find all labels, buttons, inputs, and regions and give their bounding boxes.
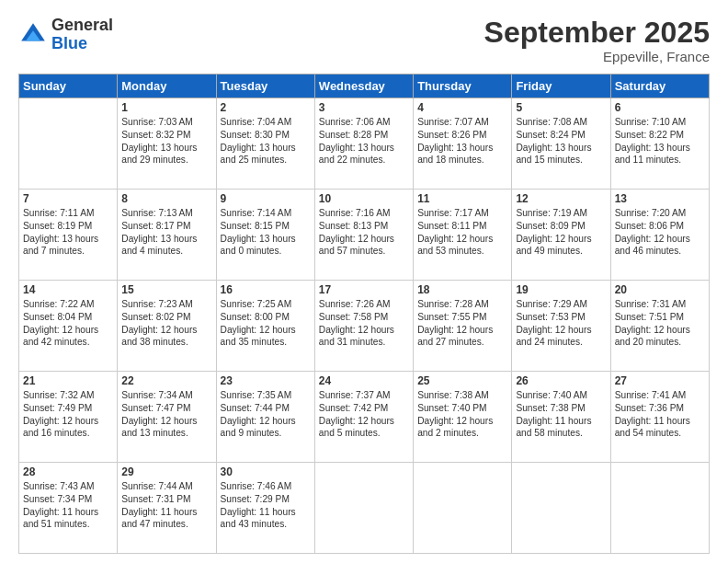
calendar-cell: 18Sunrise: 7:28 AM Sunset: 7:55 PM Dayli…	[414, 281, 512, 372]
calendar-cell: 15Sunrise: 7:23 AM Sunset: 8:02 PM Dayli…	[118, 281, 216, 372]
cell-content: Sunrise: 7:34 AM Sunset: 7:47 PM Dayligh…	[121, 389, 211, 440]
cell-content: Sunrise: 7:40 AM Sunset: 7:38 PM Dayligh…	[516, 389, 606, 440]
logo-icon	[18, 20, 48, 50]
logo-text: General Blue	[51, 17, 113, 53]
calendar-cell	[19, 98, 118, 190]
cell-content: Sunrise: 7:37 AM Sunset: 7:42 PM Dayligh…	[319, 389, 409, 440]
cell-content: Sunrise: 7:35 AM Sunset: 7:44 PM Dayligh…	[221, 389, 311, 440]
logo-general-text: General	[51, 17, 113, 35]
weekday-header: Tuesday	[216, 75, 314, 98]
cell-content: Sunrise: 7:41 AM Sunset: 7:36 PM Dayligh…	[615, 389, 705, 440]
cell-content: Sunrise: 7:43 AM Sunset: 7:34 PM Dayligh…	[23, 480, 113, 531]
cell-content: Sunrise: 7:25 AM Sunset: 8:00 PM Dayligh…	[221, 298, 311, 349]
calendar-cell: 14Sunrise: 7:22 AM Sunset: 8:04 PM Dayli…	[19, 281, 118, 372]
cell-content: Sunrise: 7:44 AM Sunset: 7:31 PM Dayligh…	[121, 480, 211, 531]
day-number: 5	[516, 101, 606, 114]
calendar-cell: 3Sunrise: 7:06 AM Sunset: 8:28 PM Daylig…	[314, 98, 413, 190]
day-number: 26	[516, 374, 606, 387]
day-number: 9	[221, 192, 311, 205]
day-number: 13	[615, 192, 705, 205]
weekday-header: Monday	[118, 75, 216, 98]
calendar-cell: 9Sunrise: 7:14 AM Sunset: 8:15 PM Daylig…	[216, 190, 314, 281]
calendar-cell: 2Sunrise: 7:04 AM Sunset: 8:30 PM Daylig…	[216, 98, 314, 190]
calendar-cell: 24Sunrise: 7:37 AM Sunset: 7:42 PM Dayli…	[314, 372, 413, 463]
day-number: 23	[221, 374, 311, 387]
cell-content: Sunrise: 7:13 AM Sunset: 8:17 PM Dayligh…	[121, 207, 211, 258]
logo-blue-text: Blue	[51, 35, 113, 53]
day-number: 15	[121, 283, 211, 296]
calendar-cell: 29Sunrise: 7:44 AM Sunset: 7:31 PM Dayli…	[118, 463, 216, 554]
cell-content: Sunrise: 7:20 AM Sunset: 8:06 PM Dayligh…	[615, 207, 705, 258]
cell-content: Sunrise: 7:06 AM Sunset: 8:28 PM Dayligh…	[319, 116, 409, 167]
weekday-header: Saturday	[610, 75, 709, 98]
calendar-cell: 10Sunrise: 7:16 AM Sunset: 8:13 PM Dayli…	[314, 190, 413, 281]
cell-content: Sunrise: 7:29 AM Sunset: 7:53 PM Dayligh…	[516, 298, 606, 349]
day-number: 4	[417, 101, 507, 114]
cell-content: Sunrise: 7:11 AM Sunset: 8:19 PM Dayligh…	[23, 207, 113, 258]
day-number: 6	[615, 101, 705, 114]
calendar-cell: 26Sunrise: 7:40 AM Sunset: 7:38 PM Dayli…	[512, 372, 610, 463]
cell-content: Sunrise: 7:28 AM Sunset: 7:55 PM Dayligh…	[417, 298, 507, 349]
weekday-header: Wednesday	[314, 75, 413, 98]
cell-content: Sunrise: 7:38 AM Sunset: 7:40 PM Dayligh…	[417, 389, 507, 440]
calendar-cell: 25Sunrise: 7:38 AM Sunset: 7:40 PM Dayli…	[414, 372, 512, 463]
calendar-cell	[414, 463, 512, 554]
calendar-cell: 19Sunrise: 7:29 AM Sunset: 7:53 PM Dayli…	[512, 281, 610, 372]
calendar-cell: 5Sunrise: 7:08 AM Sunset: 8:24 PM Daylig…	[512, 98, 610, 190]
calendar-cell: 21Sunrise: 7:32 AM Sunset: 7:49 PM Dayli…	[19, 372, 118, 463]
day-number: 12	[516, 192, 606, 205]
calendar-cell: 8Sunrise: 7:13 AM Sunset: 8:17 PM Daylig…	[118, 190, 216, 281]
week-row: 28Sunrise: 7:43 AM Sunset: 7:34 PM Dayli…	[19, 463, 710, 554]
title-block: September 2025 Eppeville, France	[484, 17, 710, 64]
day-number: 18	[417, 283, 507, 296]
cell-content: Sunrise: 7:16 AM Sunset: 8:13 PM Dayligh…	[319, 207, 409, 258]
cell-content: Sunrise: 7:17 AM Sunset: 8:11 PM Dayligh…	[417, 207, 507, 258]
calendar-cell	[512, 463, 610, 554]
cell-content: Sunrise: 7:32 AM Sunset: 7:49 PM Dayligh…	[23, 389, 113, 440]
cell-content: Sunrise: 7:23 AM Sunset: 8:02 PM Dayligh…	[121, 298, 211, 349]
logo: General Blue	[18, 17, 113, 53]
page: General Blue September 2025 Eppeville, F…	[0, 0, 728, 563]
day-number: 30	[221, 465, 311, 478]
weekday-header: Thursday	[414, 75, 512, 98]
day-number: 22	[121, 374, 211, 387]
day-number: 27	[615, 374, 705, 387]
weekday-header: Friday	[512, 75, 610, 98]
day-number: 10	[319, 192, 409, 205]
day-number: 16	[221, 283, 311, 296]
day-number: 28	[23, 465, 113, 478]
day-number: 19	[516, 283, 606, 296]
calendar-cell	[610, 463, 709, 554]
day-number: 8	[121, 192, 211, 205]
weekday-header: Sunday	[19, 75, 118, 98]
cell-content: Sunrise: 7:07 AM Sunset: 8:26 PM Dayligh…	[417, 116, 507, 167]
cell-content: Sunrise: 7:10 AM Sunset: 8:22 PM Dayligh…	[615, 116, 705, 167]
day-number: 2	[221, 101, 311, 114]
calendar-cell: 20Sunrise: 7:31 AM Sunset: 7:51 PM Dayli…	[610, 281, 709, 372]
week-row: 7Sunrise: 7:11 AM Sunset: 8:19 PM Daylig…	[19, 190, 710, 281]
week-row: 1Sunrise: 7:03 AM Sunset: 8:32 PM Daylig…	[19, 98, 710, 190]
cell-content: Sunrise: 7:14 AM Sunset: 8:15 PM Dayligh…	[221, 207, 311, 258]
day-number: 7	[23, 192, 113, 205]
cell-content: Sunrise: 7:31 AM Sunset: 7:51 PM Dayligh…	[615, 298, 705, 349]
day-number: 25	[417, 374, 507, 387]
day-number: 1	[121, 101, 211, 114]
cell-content: Sunrise: 7:26 AM Sunset: 7:58 PM Dayligh…	[319, 298, 409, 349]
cell-content: Sunrise: 7:46 AM Sunset: 7:29 PM Dayligh…	[221, 480, 311, 531]
calendar-cell: 1Sunrise: 7:03 AM Sunset: 8:32 PM Daylig…	[118, 98, 216, 190]
calendar: SundayMondayTuesdayWednesdayThursdayFrid…	[18, 74, 710, 554]
day-number: 24	[319, 374, 409, 387]
week-row: 21Sunrise: 7:32 AM Sunset: 7:49 PM Dayli…	[19, 372, 710, 463]
day-number: 20	[615, 283, 705, 296]
cell-content: Sunrise: 7:03 AM Sunset: 8:32 PM Dayligh…	[121, 116, 211, 167]
calendar-cell: 12Sunrise: 7:19 AM Sunset: 8:09 PM Dayli…	[512, 190, 610, 281]
day-number: 14	[23, 283, 113, 296]
week-row: 14Sunrise: 7:22 AM Sunset: 8:04 PM Dayli…	[19, 281, 710, 372]
location: Eppeville, France	[484, 49, 710, 64]
calendar-cell: 23Sunrise: 7:35 AM Sunset: 7:44 PM Dayli…	[216, 372, 314, 463]
month-title: September 2025	[484, 17, 710, 49]
cell-content: Sunrise: 7:08 AM Sunset: 8:24 PM Dayligh…	[516, 116, 606, 167]
cell-content: Sunrise: 7:19 AM Sunset: 8:09 PM Dayligh…	[516, 207, 606, 258]
day-number: 17	[319, 283, 409, 296]
cell-content: Sunrise: 7:04 AM Sunset: 8:30 PM Dayligh…	[221, 116, 311, 167]
